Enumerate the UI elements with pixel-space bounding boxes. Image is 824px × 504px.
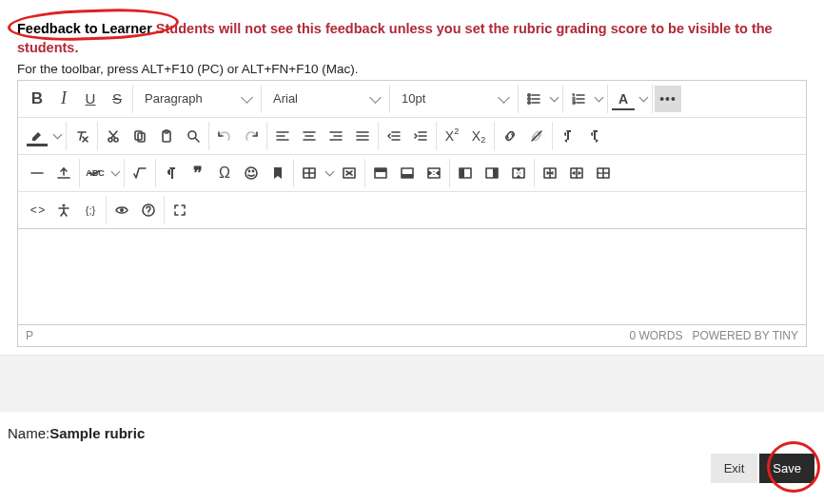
delete-col-button[interactable] bbox=[505, 160, 532, 186]
preview-button[interactable] bbox=[108, 197, 135, 223]
align-right-button[interactable] bbox=[323, 123, 349, 149]
numbered-list-button[interactable] bbox=[565, 86, 605, 112]
chevron-down-icon bbox=[324, 166, 334, 176]
align-left-button[interactable] bbox=[269, 123, 296, 149]
redo-button[interactable] bbox=[238, 123, 265, 149]
powered-by: POWERED BY TINY bbox=[692, 329, 798, 342]
col-before-button[interactable] bbox=[452, 160, 479, 186]
fullscreen-button[interactable] bbox=[167, 197, 193, 223]
rubric-name-label: Name: bbox=[8, 425, 49, 441]
delete-table-button[interactable] bbox=[336, 160, 363, 186]
undo-button[interactable] bbox=[211, 123, 238, 149]
horizontal-rule-button[interactable] bbox=[24, 160, 50, 186]
svg-point-45 bbox=[252, 170, 253, 171]
editor-statusbar: P 0 WORDS POWERED BY TINY bbox=[18, 324, 806, 346]
emoji-button[interactable] bbox=[238, 160, 265, 186]
row-after-button[interactable] bbox=[394, 160, 421, 186]
blockquote-button[interactable]: ❞ bbox=[185, 160, 211, 186]
subscript-button[interactable]: X2 bbox=[465, 123, 492, 149]
strikethrough-button[interactable]: S bbox=[104, 86, 130, 112]
editor-toolbar: B I U S Paragraph Arial 10pt bbox=[18, 81, 806, 229]
split-cells-button[interactable] bbox=[563, 160, 590, 186]
insert-link-button[interactable] bbox=[497, 123, 523, 149]
accessibility-button[interactable] bbox=[50, 197, 77, 223]
chevron-down-icon bbox=[498, 91, 510, 104]
align-justify-button[interactable] bbox=[349, 123, 376, 149]
svg-line-80 bbox=[64, 212, 67, 216]
chevron-down-icon bbox=[549, 92, 559, 102]
chevron-down-icon bbox=[594, 92, 603, 102]
svg-point-4 bbox=[528, 101, 530, 103]
svg-rect-61 bbox=[460, 168, 464, 178]
svg-point-76 bbox=[63, 204, 66, 206]
svg-rect-55 bbox=[402, 174, 413, 178]
rtl-button[interactable] bbox=[581, 123, 608, 149]
code-sample-button[interactable]: {;} bbox=[77, 197, 104, 223]
svg-point-2 bbox=[528, 97, 530, 99]
toolbar-access-hint: For the toolbar, press ALT+F10 (PC) or A… bbox=[0, 62, 824, 80]
svg-point-43 bbox=[245, 167, 257, 179]
bold-button[interactable]: B bbox=[24, 86, 50, 112]
source-code-button[interactable]: < > bbox=[24, 197, 50, 223]
bullet-list-button[interactable] bbox=[520, 86, 560, 112]
block-format-select[interactable]: Paragraph bbox=[135, 86, 259, 112]
cell-props-button[interactable] bbox=[590, 160, 617, 186]
svg-line-20 bbox=[195, 138, 199, 142]
outdent-button[interactable] bbox=[381, 123, 407, 149]
superscript-button[interactable]: X2 bbox=[439, 123, 465, 149]
spellcheck-button[interactable]: ABC bbox=[82, 160, 122, 186]
spacer bbox=[0, 355, 824, 412]
font-family-select[interactable]: Arial bbox=[264, 86, 387, 112]
svg-point-81 bbox=[120, 208, 124, 212]
svg-line-75 bbox=[599, 170, 601, 172]
col-after-button[interactable] bbox=[479, 160, 505, 186]
help-button[interactable] bbox=[135, 197, 162, 223]
svg-rect-53 bbox=[375, 168, 386, 172]
svg-point-44 bbox=[248, 170, 249, 171]
rich-text-editor: B I U S Paragraph Arial 10pt bbox=[17, 80, 807, 347]
paste-button[interactable] bbox=[153, 123, 180, 149]
chevron-down-icon bbox=[241, 91, 253, 104]
svg-point-0 bbox=[528, 93, 530, 95]
feedback-header: Feedback to Learner Students will not se… bbox=[0, 0, 824, 62]
equation-button[interactable] bbox=[127, 160, 153, 186]
exit-button[interactable]: Exit bbox=[711, 454, 758, 483]
underline-button[interactable]: U bbox=[77, 86, 104, 112]
insert-table-button[interactable] bbox=[296, 160, 336, 186]
clear-formatting-button[interactable] bbox=[69, 123, 95, 149]
highlight-color-button[interactable] bbox=[24, 123, 64, 149]
text-color-button[interactable]: A bbox=[610, 86, 650, 112]
insert-file-button[interactable] bbox=[50, 160, 77, 186]
font-size-select[interactable]: 10pt bbox=[392, 86, 516, 112]
save-button[interactable]: Save bbox=[759, 454, 814, 483]
word-count: 0 WORDS bbox=[629, 329, 682, 342]
element-path[interactable]: P bbox=[26, 329, 33, 342]
rubric-name-row: Name:Sample rubric bbox=[0, 412, 824, 441]
merge-cells-button[interactable] bbox=[537, 160, 563, 186]
align-center-button[interactable] bbox=[296, 123, 323, 149]
svg-point-83 bbox=[147, 213, 148, 214]
more-button[interactable]: ••• bbox=[655, 86, 681, 112]
chevron-down-icon bbox=[638, 92, 648, 102]
rubric-name-value: Sample rubric bbox=[49, 425, 145, 441]
delete-row-button[interactable] bbox=[421, 160, 447, 186]
feedback-label: Feedback to Learner bbox=[17, 19, 152, 38]
remove-link-button[interactable] bbox=[523, 123, 550, 149]
italic-button[interactable]: I bbox=[50, 86, 77, 112]
svg-rect-63 bbox=[493, 168, 498, 178]
chevron-down-icon bbox=[52, 129, 62, 139]
pilcrow-button[interactable] bbox=[158, 160, 185, 186]
editor-content[interactable] bbox=[18, 229, 806, 324]
copy-button[interactable] bbox=[127, 123, 153, 149]
bookmark-button[interactable] bbox=[265, 160, 291, 186]
chevron-down-icon bbox=[369, 91, 382, 104]
indent-button[interactable] bbox=[407, 123, 434, 149]
find-button[interactable] bbox=[180, 123, 206, 149]
special-char-button[interactable]: Ω bbox=[211, 160, 238, 186]
ltr-button[interactable] bbox=[555, 123, 581, 149]
row-before-button[interactable] bbox=[367, 160, 394, 186]
chevron-down-icon bbox=[110, 166, 120, 176]
cut-button[interactable] bbox=[100, 123, 127, 149]
